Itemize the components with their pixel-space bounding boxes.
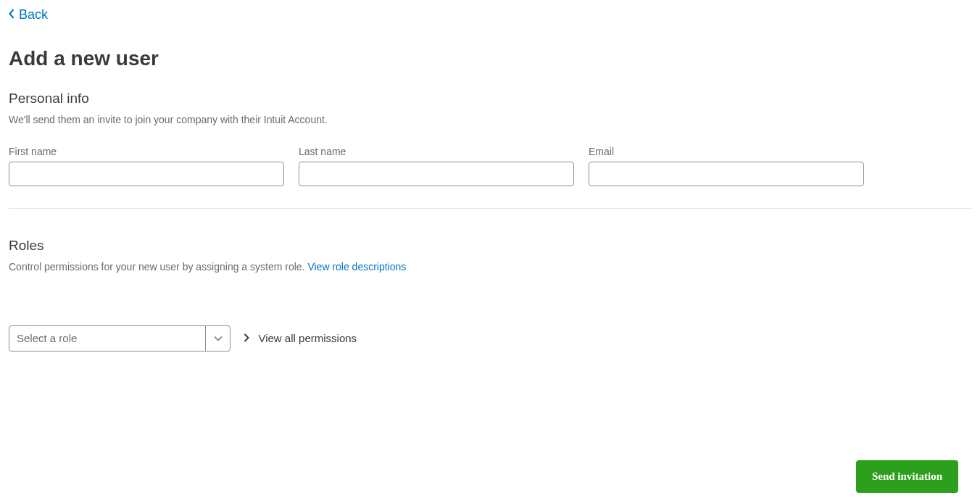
send-invitation-button[interactable]: Send invitation — [856, 460, 958, 493]
back-button[interactable]: Back — [0, 0, 57, 30]
personal-info-section: Personal info We'll send them an invite … — [9, 91, 971, 186]
first-name-input[interactable] — [9, 162, 284, 186]
personal-info-heading: Personal info — [9, 91, 971, 107]
section-divider — [9, 208, 971, 209]
last-name-input[interactable] — [299, 162, 574, 186]
last-name-label: Last name — [299, 146, 574, 157]
last-name-field-group: Last name — [299, 146, 574, 186]
view-all-permissions-label: View all permissions — [258, 332, 357, 344]
roles-desc-text: Control permissions for your new user by… — [9, 261, 307, 273]
back-label: Back — [19, 7, 48, 22]
role-select-placeholder: Select a role — [9, 326, 205, 351]
chevron-left-icon — [9, 7, 14, 22]
roles-desc: Control permissions for your new user by… — [9, 261, 971, 273]
personal-info-desc: We'll send them an invite to join your c… — [9, 114, 971, 125]
view-role-descriptions-link[interactable]: View role descriptions — [307, 261, 406, 273]
footer-actions: Send invitation — [856, 460, 958, 493]
email-label: Email — [589, 146, 864, 157]
email-field-group: Email — [589, 146, 864, 186]
chevron-down-icon — [205, 326, 230, 351]
page-title: Add a new user — [9, 47, 971, 70]
roles-heading: Roles — [9, 238, 971, 254]
role-select[interactable]: Select a role — [9, 325, 231, 352]
email-input[interactable] — [589, 162, 864, 186]
chevron-right-icon — [244, 332, 249, 344]
first-name-field-group: First name — [9, 146, 284, 186]
view-all-permissions-toggle[interactable]: View all permissions — [244, 332, 357, 344]
roles-section: Roles Control permissions for your new u… — [9, 238, 971, 352]
first-name-label: First name — [9, 146, 284, 157]
